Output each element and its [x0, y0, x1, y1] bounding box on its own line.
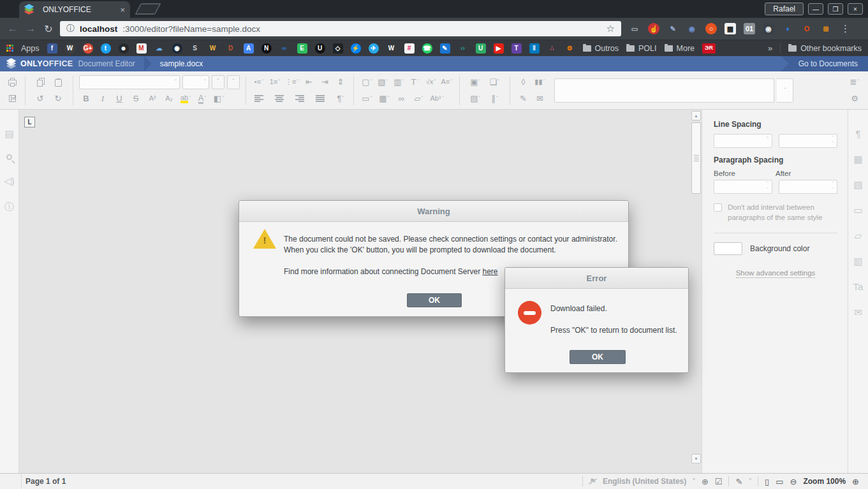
- bookmark-trello-icon[interactable]: ‖: [529, 43, 540, 54]
- bookmark-unity-icon[interactable]: ◇: [333, 43, 343, 54]
- bookmark-facebook-icon[interactable]: f: [47, 43, 57, 54]
- insert-chart-button[interactable]: ▥ˇ: [392, 75, 406, 89]
- spellcheck-icon[interactable]: ☑: [715, 478, 723, 486]
- bookmarks-overflow-icon[interactable]: »: [768, 43, 772, 53]
- bookmark-translate-icon[interactable]: A: [244, 43, 254, 54]
- columns-button[interactable]: ∥ˇ: [485, 92, 504, 106]
- italic-button[interactable]: I: [96, 92, 110, 106]
- bookmark-google-plus-icon[interactable]: G+: [83, 43, 93, 54]
- superscript-button[interactable]: A²: [145, 92, 159, 106]
- here-link[interactable]: here: [483, 267, 498, 276]
- chart-settings-icon[interactable]: ▥: [853, 256, 862, 266]
- tab-close-icon[interactable]: ×: [120, 5, 125, 15]
- textart-settings-icon[interactable]: Ta: [853, 282, 864, 291]
- scroll-down-button[interactable]: ▼: [691, 454, 701, 463]
- paste-button[interactable]: [49, 75, 67, 89]
- scrollbar-thumb[interactable]: [691, 122, 701, 194]
- chevron-down-icon[interactable]: ˇ: [767, 187, 769, 193]
- bookmarks-folder-more[interactable]: More: [665, 44, 695, 53]
- bullets-button[interactable]: •≡ˇ: [252, 75, 266, 89]
- bookmark-coursera-icon[interactable]: ∞: [279, 43, 290, 54]
- page-size-button[interactable]: ▤ˇ: [466, 92, 485, 106]
- drop-cap-button[interactable]: A≡ˇ: [439, 75, 453, 89]
- apps-label[interactable]: Apps: [21, 44, 40, 53]
- bookmark-unreal-icon[interactable]: U: [315, 43, 325, 54]
- header-footer-button[interactable]: ▭ˇ: [360, 92, 374, 106]
- vertical-scrollbar[interactable]: ▲ ▼: [691, 111, 702, 472]
- show-advanced-settings-link[interactable]: Show advanced settings: [736, 269, 816, 278]
- bookmark-slack-icon[interactable]: #: [404, 43, 415, 54]
- nonprinting-chars-button[interactable]: ¶ˇ: [334, 92, 348, 106]
- mail-merge-settings-icon[interactable]: ✉: [854, 307, 862, 317]
- zoom-in-icon[interactable]: ⊕: [852, 478, 859, 486]
- page-break-button[interactable]: ▢ˇ: [360, 75, 374, 89]
- warning-dialog-header[interactable]: Warning: [239, 201, 628, 222]
- shading-button[interactable]: ◧ˇ: [212, 92, 226, 106]
- bookmark-udemy-icon[interactable]: U: [476, 43, 486, 54]
- color-scheme-button[interactable]: ▮▮ˇ: [533, 75, 547, 89]
- bookmark-whatsapp-icon[interactable]: ☎: [422, 43, 432, 54]
- 01-extension-icon[interactable]: 01: [744, 23, 755, 34]
- warning-ok-button[interactable]: OK: [407, 293, 462, 307]
- image-settings-icon[interactable]: ▧: [853, 180, 862, 189]
- forward-icon[interactable]: →: [24, 22, 37, 35]
- feedback-icon[interactable]: ◁): [4, 176, 15, 186]
- undo-button[interactable]: ↺: [31, 92, 49, 106]
- styles-gallery-expand-button[interactable]: ˇ: [777, 78, 793, 103]
- globe-extension-icon[interactable]: ◉: [686, 23, 698, 34]
- line-spacing-button[interactable]: ⇕: [334, 75, 348, 89]
- set-language-icon[interactable]: ⊕: [702, 478, 709, 486]
- subscript-button[interactable]: A₂: [162, 92, 176, 106]
- footnote-button[interactable]: Ab¹ˇ: [429, 92, 445, 106]
- bookmark-dr-icon[interactable]: ЭR: [702, 43, 716, 54]
- bookmarks-folder-poli[interactable]: POLI: [626, 44, 657, 53]
- zoom-out-icon[interactable]: ⊖: [790, 478, 797, 486]
- bookmark-twitch-icon[interactable]: T: [511, 43, 522, 54]
- font-name-select[interactable]: ˇ: [79, 75, 180, 89]
- bookmark-github-icon[interactable]: ☻: [119, 43, 129, 54]
- bookmark-evernote-icon[interactable]: E: [297, 43, 307, 54]
- bookmark-youtube-icon[interactable]: ▶: [494, 43, 504, 54]
- bold-button[interactable]: B: [79, 92, 93, 106]
- align-left-button[interactable]: [252, 92, 266, 106]
- adblock-extension-icon[interactable]: ☝: [648, 23, 659, 34]
- numbering-button[interactable]: 1≡ˇ: [268, 75, 282, 89]
- ubuntu-extension-icon[interactable]: ○: [705, 23, 717, 34]
- spacing-before-spinner[interactable]: ˆˇ: [714, 180, 772, 194]
- qr-extension-icon[interactable]: ▦: [725, 23, 736, 34]
- copy-style-button[interactable]: ✎: [516, 92, 530, 106]
- copy-button[interactable]: [31, 75, 49, 89]
- background-color-swatch[interactable]: [714, 242, 742, 255]
- fit-page-icon[interactable]: ▯: [765, 478, 769, 486]
- close-button[interactable]: ×: [848, 3, 863, 15]
- reload-icon[interactable]: ↻: [42, 23, 55, 35]
- tabstop-selector[interactable]: L: [24, 117, 35, 128]
- insert-image-button[interactable]: ▧ˇ: [376, 75, 390, 89]
- camera-extension-icon[interactable]: ◉: [763, 23, 774, 34]
- styles-gallery[interactable]: [554, 78, 774, 103]
- vimium-extension-icon[interactable]: ♦: [782, 23, 793, 34]
- decrease-font-button[interactable]: ˇ: [227, 75, 240, 89]
- chevron-up-icon[interactable]: ˆ: [693, 478, 695, 485]
- increase-indent-button[interactable]: ⇥: [318, 75, 332, 89]
- line-spacing-value-spinner[interactable]: ˆˇ: [779, 134, 837, 148]
- bookmark-asana-icon[interactable]: ∴: [547, 43, 557, 54]
- aws-extension-icon[interactable]: ⊞: [820, 23, 832, 34]
- shape-settings-icon[interactable]: ▱: [855, 231, 862, 240]
- apps-grid-icon[interactable]: [6, 45, 13, 52]
- bookmark-n-icon[interactable]: N: [261, 43, 272, 54]
- font-color-button[interactable]: Aˇ: [195, 92, 209, 106]
- align-right-button[interactable]: [293, 92, 307, 106]
- paragraph-settings-icon[interactable]: ¶: [855, 129, 860, 138]
- browser-menu-icon[interactable]: ⋮: [841, 23, 848, 34]
- error-ok-button[interactable]: OK: [570, 350, 626, 364]
- other-bookmarks-folder[interactable]: Other bookmarks: [788, 44, 862, 53]
- bookmark-steam-icon[interactable]: ◉: [172, 43, 182, 54]
- bookmark-twitter-icon[interactable]: t: [101, 43, 111, 54]
- site-info-icon[interactable]: ⓘ: [66, 23, 75, 34]
- chevron-down-icon[interactable]: ˇ: [832, 141, 834, 147]
- bookmark-wordpress-icon[interactable]: W: [65, 43, 75, 54]
- about-icon[interactable]: ⓘ: [4, 201, 14, 211]
- page-margins-button[interactable]: ▣ˇ: [466, 75, 485, 89]
- decrease-indent-button[interactable]: ⇤: [302, 75, 316, 89]
